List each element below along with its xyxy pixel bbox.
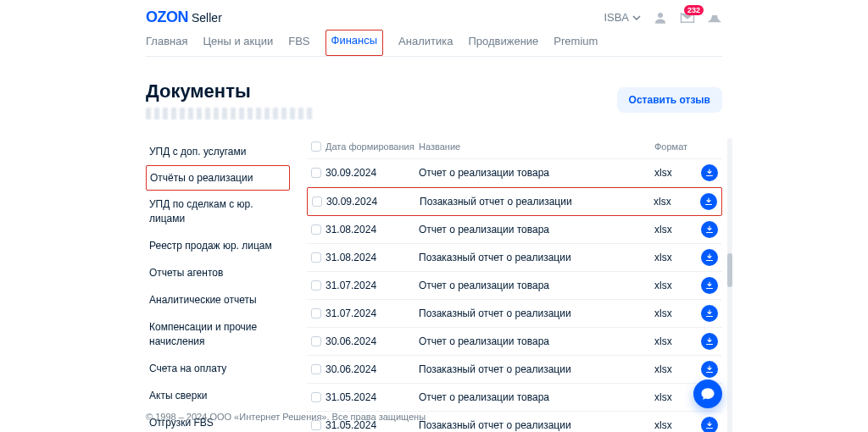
row-checkbox[interactable] <box>311 168 321 178</box>
sidebar-item[interactable]: Отчёты о реализации <box>146 165 290 191</box>
col-name-header: Название <box>419 141 654 152</box>
blurred-subtitle <box>146 108 315 119</box>
row-checkbox[interactable] <box>311 252 321 263</box>
row-checkbox[interactable] <box>311 364 321 374</box>
notification-badge: 232 <box>684 5 704 15</box>
download-button[interactable] <box>701 333 718 350</box>
leave-review-button[interactable]: Оставить отзыв <box>617 87 722 113</box>
nav-tab-Финансы[interactable]: Финансы <box>326 30 384 56</box>
row-checkbox[interactable] <box>312 197 322 207</box>
row-checkbox[interactable] <box>311 392 321 402</box>
sidebar-item[interactable]: УПД по сделкам с юр. лицами <box>146 191 290 231</box>
cell-format: xlsx <box>654 363 697 375</box>
cell-name: Отчет о реализации товара <box>419 224 654 235</box>
table-row[interactable]: 31.08.2024Отчет о реализации товараxlsx <box>307 216 722 244</box>
table-row[interactable]: 31.08.2024Позаказный отчет о реализацииx… <box>307 244 722 272</box>
cell-date: 31.07.2024 <box>326 307 419 319</box>
cell-format: xlsx <box>654 196 696 208</box>
nav-tab-Продвижение[interactable]: Продвижение <box>468 30 538 56</box>
sidebar-item[interactable]: Отчеты агентов <box>146 259 290 286</box>
help-icon[interactable] <box>707 10 722 25</box>
sidebar-item[interactable]: Компенсации и прочие начисления <box>146 313 290 354</box>
nav-tab-FBS[interactable]: FBS <box>288 30 309 56</box>
col-date-header: Дата формирования <box>326 141 419 152</box>
col-format-header: Формат <box>654 141 697 152</box>
account-menu[interactable]: ISBA <box>604 11 641 24</box>
download-button[interactable] <box>701 305 718 322</box>
cell-name: Отчет о реализации товара <box>419 391 654 403</box>
cell-name: Позаказный отчет о реализации <box>419 307 654 319</box>
nav-tab-Главная[interactable]: Главная <box>146 30 187 56</box>
cell-name: Отчет о реализации товара <box>419 167 654 179</box>
footer-copyright: © 1998 – 2024 ООО «Интернет Решения». Вс… <box>146 412 722 422</box>
download-button[interactable] <box>701 249 718 266</box>
cell-format: xlsx <box>654 391 697 403</box>
download-button[interactable] <box>700 193 717 210</box>
cell-format: xlsx <box>654 224 697 235</box>
cell-name: Отчет о реализации товара <box>419 335 654 347</box>
cell-date: 31.08.2024 <box>326 252 419 263</box>
sidebar-item[interactable]: Реестр продаж юр. лицам <box>146 232 290 259</box>
logo-brand: OZON <box>146 8 188 26</box>
chat-bubble[interactable] <box>693 379 722 408</box>
row-checkbox[interactable] <box>311 224 321 235</box>
cell-date: 30.09.2024 <box>326 196 420 208</box>
select-all-checkbox[interactable] <box>311 141 321 152</box>
table-row[interactable]: 30.09.2024Позаказный отчет о реализацииx… <box>307 187 722 216</box>
download-button[interactable] <box>701 164 718 181</box>
cell-format: xlsx <box>654 280 697 291</box>
sidebar-item[interactable]: УПД с доп. услугами <box>146 138 290 165</box>
cell-name: Отчет о реализации товара <box>419 280 654 291</box>
cell-date: 31.08.2024 <box>326 224 419 235</box>
cell-name: Позаказный отчет о реализации <box>419 252 654 263</box>
notifications-icon[interactable]: 232 <box>680 10 695 25</box>
sidebar-item[interactable]: Аналитические отчеты <box>146 286 290 313</box>
cell-date: 30.09.2024 <box>326 167 419 179</box>
svg-point-0 <box>658 13 663 18</box>
account-name: ISBA <box>604 11 629 24</box>
cell-date: 30.06.2024 <box>326 363 419 375</box>
table-row[interactable]: 30.06.2024Позаказный отчет о реализацииx… <box>307 356 722 384</box>
chevron-down-icon <box>632 14 641 22</box>
cell-date: 30.06.2024 <box>326 335 419 347</box>
download-button[interactable] <box>701 221 718 238</box>
sidebar-item[interactable]: Акты сверки <box>146 382 290 409</box>
download-button[interactable] <box>701 361 718 378</box>
row-checkbox[interactable] <box>311 280 321 291</box>
nav-tab-Premium[interactable]: Premium <box>554 30 598 56</box>
page-title: Документы <box>146 80 315 102</box>
sidebar-item[interactable]: Счета на оплату <box>146 355 290 382</box>
cell-date: 31.05.2024 <box>326 391 419 403</box>
table-row[interactable]: 30.06.2024Отчет о реализации товараxlsx <box>307 328 722 356</box>
documents-table: Дата формирования Название Формат 30.09.… <box>307 138 722 432</box>
cell-format: xlsx <box>654 252 697 263</box>
table-header: Дата формирования Название Формат <box>307 138 722 159</box>
sidebar: УПД с доп. услугамиОтчёты о реализацииУП… <box>146 138 290 432</box>
cell-name: Позаказный отчет о реализации <box>420 196 654 208</box>
nav-tabs: ГлавнаяЦены и акцииFBSФинансыАналитикаПр… <box>146 30 722 57</box>
row-checkbox[interactable] <box>311 308 321 318</box>
table-row[interactable]: 30.09.2024Отчет о реализации товараxlsx <box>307 159 722 187</box>
row-checkbox[interactable] <box>311 336 321 346</box>
logo-sub: Seller <box>192 11 222 25</box>
logo[interactable]: OZON Seller <box>146 8 222 26</box>
table-row[interactable]: 31.05.2024Отчет о реализации товараxlsx <box>307 384 722 412</box>
table-row[interactable]: 31.07.2024Отчет о реализации товараxlsx <box>307 272 722 300</box>
download-button[interactable] <box>701 277 718 294</box>
cell-format: xlsx <box>654 307 697 319</box>
nav-tab-Аналитика[interactable]: Аналитика <box>398 30 453 56</box>
cell-format: xlsx <box>654 167 697 179</box>
profile-icon[interactable] <box>653 10 668 25</box>
nav-tab-Цены и акции[interactable]: Цены и акции <box>203 30 273 56</box>
cell-format: xlsx <box>654 335 697 347</box>
scrollbar[interactable] <box>727 138 732 432</box>
table-row[interactable]: 31.07.2024Позаказный отчет о реализацииx… <box>307 300 722 328</box>
cell-name: Позаказный отчет о реализации <box>419 363 654 375</box>
cell-date: 31.07.2024 <box>326 280 419 291</box>
